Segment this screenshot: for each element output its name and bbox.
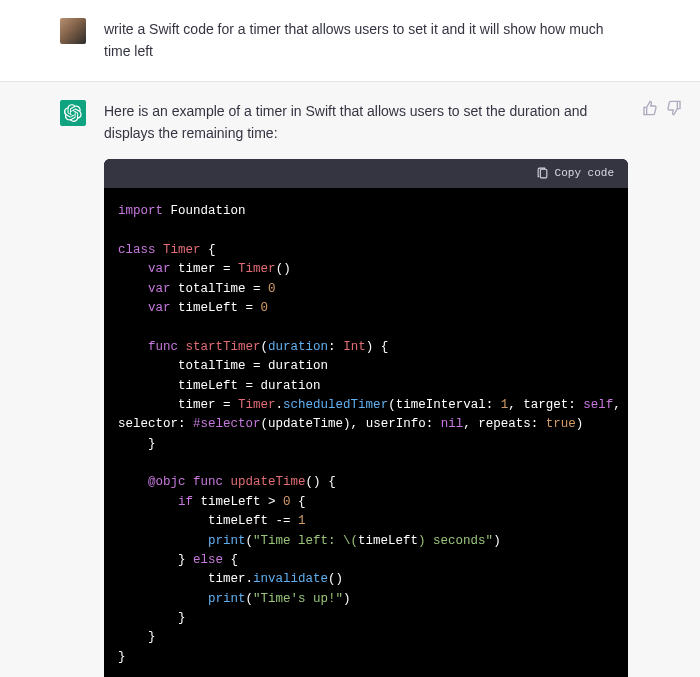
token-paren: ( <box>388 398 396 412</box>
token-fnname: startTimer <box>186 340 261 354</box>
token-op: = <box>253 282 261 296</box>
token-string: seconds" <box>426 534 494 548</box>
token-brace: { <box>328 475 336 489</box>
token-comma: , <box>351 417 366 431</box>
user-message-row: write a Swift code for a timer that allo… <box>0 0 700 82</box>
token-number: 1 <box>298 514 306 528</box>
token-arglabel: target <box>523 398 568 412</box>
token-call: print <box>208 592 246 606</box>
token-arglabel: repeats <box>478 417 531 431</box>
token-string: "Time's up!" <box>253 592 343 606</box>
token-keyword: var <box>148 282 171 296</box>
token-brace: } <box>178 553 186 567</box>
token-call: invalidate <box>253 572 328 586</box>
token-colon: : <box>426 417 434 431</box>
token-keyword: if <box>178 495 193 509</box>
token-type: Timer <box>238 398 276 412</box>
svg-rect-0 <box>540 169 547 178</box>
thumbs-up-icon <box>642 100 658 116</box>
token-stmt: timer. <box>208 572 253 586</box>
token-nil: nil <box>441 417 464 431</box>
token-bool: true <box>546 417 576 431</box>
token-brace: } <box>148 437 156 451</box>
token-number: 0 <box>268 282 276 296</box>
token-attr: @objc <box>148 475 186 489</box>
token-paren: ) <box>343 592 351 606</box>
token-arglabel: userInfo <box>366 417 426 431</box>
token-dot: . <box>276 398 284 412</box>
thumbs-down-icon <box>666 100 682 116</box>
token-comma: , <box>463 417 478 431</box>
token-fnname: updateTime <box>231 475 306 489</box>
token-keyword: else <box>193 553 223 567</box>
token-paren: ( <box>246 534 254 548</box>
token-colon: : <box>178 417 186 431</box>
token-brace: { <box>298 495 306 509</box>
token-number: 0 <box>283 495 291 509</box>
token-module: Foundation <box>171 204 246 218</box>
token-call: scheduledTimer <box>283 398 388 412</box>
token-stmt: timeLeft = duration <box>178 379 321 393</box>
token-keyword: var <box>148 262 171 276</box>
token-selector: #selector <box>193 417 261 431</box>
token-var: timer <box>178 398 216 412</box>
token-colon: : <box>486 398 494 412</box>
token-paren: () <box>306 475 321 489</box>
token-var: totalTime <box>178 282 246 296</box>
token-paren: ) <box>366 340 374 354</box>
token-self: self <box>583 398 613 412</box>
token-keyword: class <box>118 243 156 257</box>
token-brace: { <box>231 553 239 567</box>
token-comma: , <box>613 398 628 412</box>
token-cond: timeLeft > <box>201 495 284 509</box>
token-string: "Time left: <box>253 534 343 548</box>
token-paren: ( <box>261 340 269 354</box>
token-interp-open: \( <box>343 534 358 548</box>
token-var: timeLeft <box>178 301 238 315</box>
thumbs-up-button[interactable] <box>642 100 658 119</box>
token-keyword: func <box>193 475 223 489</box>
assistant-message-body: Here is an example of a timer in Swift t… <box>104 100 688 677</box>
code-block: Copy code import Foundation class Timer … <box>104 159 628 677</box>
token-comma: , <box>508 398 523 412</box>
token-brace: } <box>118 650 126 664</box>
code-block-header: Copy code <box>104 159 628 189</box>
token-paren: () <box>276 262 291 276</box>
token-paren: ( <box>261 417 269 431</box>
token-brace: { <box>208 243 216 257</box>
user-avatar <box>60 18 86 44</box>
copy-code-button[interactable]: Copy code <box>536 165 614 183</box>
token-interp-var: timeLeft <box>358 534 418 548</box>
token-number: 0 <box>261 301 269 315</box>
user-message-text: write a Swift code for a timer that allo… <box>104 18 688 63</box>
token-selname: updateTime <box>268 417 343 431</box>
token-paren: () <box>328 572 343 586</box>
token-op: = <box>223 262 231 276</box>
assistant-avatar <box>60 100 86 126</box>
token-colon: : <box>531 417 539 431</box>
token-brace: { <box>381 340 389 354</box>
thumbs-down-button[interactable] <box>666 100 682 119</box>
openai-logo-icon <box>64 104 82 122</box>
token-interp-close: ) <box>418 534 426 548</box>
token-op: = <box>223 398 231 412</box>
token-stmt: timeLeft -= <box>208 514 298 528</box>
token-colon: : <box>328 340 336 354</box>
token-paren: ) <box>343 417 351 431</box>
feedback-buttons <box>642 100 682 119</box>
token-op: = <box>246 301 254 315</box>
token-brace: } <box>148 630 156 644</box>
token-type: Timer <box>238 262 276 276</box>
token-paramlabel: duration <box>268 340 328 354</box>
token-stmt: totalTime = duration <box>178 359 328 373</box>
token-classname: Timer <box>163 243 201 257</box>
token-paren: ) <box>493 534 501 548</box>
token-colon: : <box>568 398 576 412</box>
token-paren: ) <box>576 417 584 431</box>
assistant-message-row: Here is an example of a timer in Swift t… <box>0 82 700 677</box>
code-body[interactable]: import Foundation class Timer { var time… <box>104 188 628 677</box>
token-paren: ( <box>246 592 254 606</box>
token-var: timer <box>178 262 216 276</box>
token-keyword: func <box>148 340 178 354</box>
copy-code-label: Copy code <box>555 165 614 183</box>
